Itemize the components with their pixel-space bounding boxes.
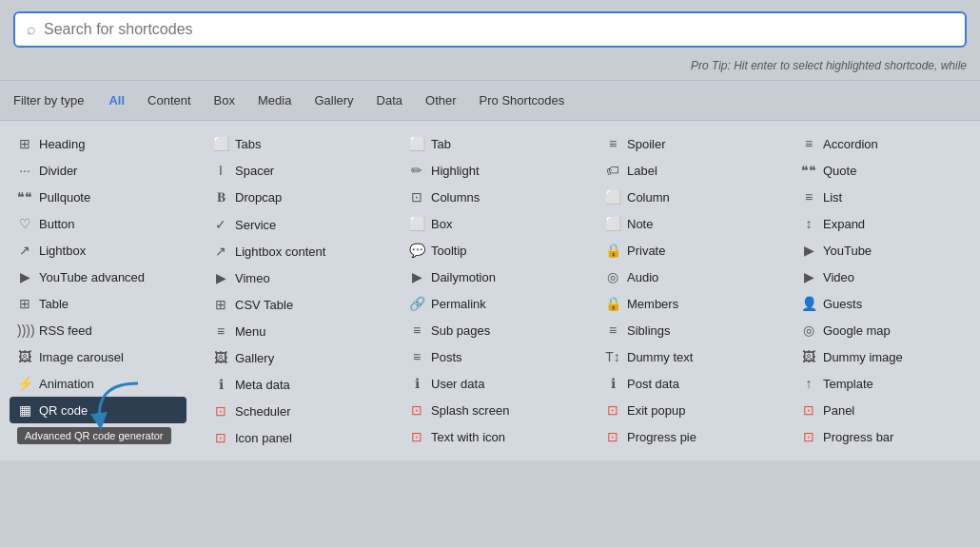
search-container: ⌕ (0, 0, 980, 55)
item-user-data[interactable]: ℹ User data (402, 370, 578, 397)
meta-data-icon: ℹ (213, 377, 228, 392)
item-dropcap[interactable]: 𝐁 Dropcap (206, 184, 382, 211)
item-scheduler[interactable]: ⊡ Scheduler (206, 398, 382, 424)
filter-tab-content[interactable]: Content (138, 90, 201, 110)
animation-icon: ⚡ (17, 376, 32, 391)
exit-popup-label: Exit popup (627, 403, 685, 418)
item-dummy-image[interactable]: 🖼 Dummy image (794, 343, 970, 370)
google-map-icon: ◎ (801, 322, 816, 338)
item-tabs[interactable]: ⬜ Tabs (206, 130, 382, 157)
item-image-carousel[interactable]: 🖼 Image carousel (10, 343, 186, 370)
item-tab[interactable]: ⬜ Tab (402, 130, 578, 157)
item-audio[interactable]: ◎ Audio (598, 264, 774, 290)
item-video[interactable]: ▶ Video (794, 264, 970, 290)
item-divider[interactable]: ··· Divider (10, 157, 186, 184)
item-private[interactable]: 🔒 Private (598, 237, 774, 264)
sub-pages-icon: ≡ (409, 322, 424, 338)
item-vimeo[interactable]: ▶ Vimeo (206, 264, 382, 291)
siblings-label: Siblings (627, 323, 671, 338)
button-label: Button (39, 217, 75, 231)
item-highlight[interactable]: ✏ Highlight (402, 157, 578, 184)
item-label[interactable]: 🏷 Label (598, 157, 774, 184)
spoiler-label: Spoiler (627, 137, 665, 151)
item-guests[interactable]: 👤 Guests (794, 290, 970, 317)
filter-tab-pro[interactable]: Pro Shortcodes (470, 90, 575, 110)
item-rss-feed[interactable]: )))) RSS feed (10, 317, 186, 343)
item-columns[interactable]: ⊡ Columns (402, 184, 578, 210)
item-table[interactable]: ⊞ Table (10, 290, 186, 317)
item-post-data[interactable]: ℹ Post data (598, 370, 774, 397)
menu-icon: ≡ (213, 323, 228, 339)
item-list[interactable]: ≡ List (794, 184, 970, 210)
item-siblings[interactable]: ≡ Siblings (598, 317, 774, 343)
item-menu[interactable]: ≡ Menu (206, 318, 382, 344)
item-button[interactable]: ♡ Button (10, 210, 186, 237)
item-heading[interactable]: ⊞ Heading (10, 130, 186, 157)
column-icon: ⬜ (605, 189, 620, 205)
item-box[interactable]: ⬜ Box (402, 210, 578, 237)
item-lightbox[interactable]: ↗ Lightbox (10, 237, 186, 264)
item-splash-screen[interactable]: ⊡ Splash screen (402, 397, 578, 423)
lightbox-label: Lightbox (39, 244, 86, 258)
item-permalink[interactable]: 🔗 Permalink (402, 290, 578, 317)
spacer-label: Spacer (235, 164, 274, 178)
item-tooltip[interactable]: 💬 Tooltip (402, 237, 578, 264)
item-expand[interactable]: ↕ Expand (794, 210, 970, 237)
filter-tab-media[interactable]: Media (248, 90, 301, 110)
item-panel[interactable]: ⊡ Panel (794, 397, 970, 423)
item-gallery[interactable]: 🖼 Gallery (206, 344, 382, 371)
item-meta-data[interactable]: ℹ Meta data (206, 371, 382, 398)
youtube-label: YouTube (823, 244, 872, 258)
search-input[interactable] (44, 21, 953, 38)
item-dailymotion[interactable]: ▶ Dailymotion (402, 264, 578, 290)
item-dummy-text[interactable]: T↕ Dummy text (598, 343, 774, 370)
filter-tab-gallery[interactable]: Gallery (304, 90, 363, 110)
item-csv-table[interactable]: ⊞ CSV Table (206, 291, 382, 318)
pullquote-icon: ❝❝ (17, 189, 32, 205)
item-posts[interactable]: ≡ Posts (402, 343, 578, 370)
lightbox-content-label: Lightbox content (235, 244, 325, 259)
item-text-with-icon[interactable]: ⊡ Text with icon (402, 423, 578, 450)
item-lightbox-content[interactable]: ↗ Lightbox content (206, 238, 382, 264)
post-data-label: Post data (627, 377, 679, 391)
progress-pie-icon: ⊡ (605, 429, 620, 444)
item-spacer[interactable]: I Spacer (206, 157, 382, 184)
item-column[interactable]: ⬜ Column (598, 184, 774, 210)
item-icon-panel[interactable]: ⊡ Icon panel (206, 424, 382, 451)
item-template[interactable]: ↑ Template (794, 370, 970, 397)
shortcodes-grid: ⊞ Heading ··· Divider ❝❝ Pullquote ♡ But… (0, 121, 980, 460)
dummy-text-icon: T↕ (605, 349, 620, 364)
item-youtube[interactable]: ▶ YouTube (794, 237, 970, 264)
text-with-icon-icon: ⊡ (409, 429, 424, 444)
item-note[interactable]: ⬜ Note (598, 210, 774, 237)
filter-tab-box[interactable]: Box (205, 90, 245, 110)
filter-tab-other[interactable]: Other (416, 90, 466, 110)
heading-icon: ⊞ (17, 136, 32, 151)
accordion-label: Accordion (823, 137, 878, 151)
column-5: ≡ Accordion ❝❝ Quote ≡ List ↕ Expand ▶ Y… (784, 130, 980, 451)
item-quote[interactable]: ❝❝ Quote (794, 157, 970, 184)
video-label: Video (823, 270, 854, 284)
members-label: Members (627, 297, 678, 311)
item-progress-bar[interactable]: ⊡ Progress bar (794, 423, 970, 450)
highlight-label: Highlight (431, 164, 480, 178)
item-qr-code[interactable]: ▦ QR code Advanced QR code generator (10, 397, 186, 423)
filter-tab-data[interactable]: Data (367, 90, 412, 110)
item-members[interactable]: 🔒 Members (598, 290, 774, 317)
filter-tab-all[interactable]: All (99, 90, 134, 110)
item-youtube-advanced[interactable]: ▶ YouTube advanced (10, 264, 186, 290)
item-progress-pie[interactable]: ⊡ Progress pie (598, 423, 774, 450)
item-accordion[interactable]: ≡ Accordion (794, 130, 970, 157)
item-exit-popup[interactable]: ⊡ Exit popup (598, 397, 774, 423)
item-service[interactable]: ✓ Service (206, 211, 382, 238)
item-spoiler[interactable]: ≡ Spoiler (598, 130, 774, 157)
item-pullquote[interactable]: ❝❝ Pullquote (10, 184, 186, 210)
permalink-icon: 🔗 (409, 296, 424, 311)
column-label: Column (627, 190, 670, 205)
qr-code-icon: ▦ (17, 402, 32, 418)
item-google-map[interactable]: ◎ Google map (794, 317, 970, 343)
item-animation[interactable]: ⚡ Animation (10, 370, 186, 397)
user-data-label: User data (431, 377, 484, 391)
dummy-image-label: Dummy image (823, 350, 903, 364)
item-sub-pages[interactable]: ≡ Sub pages (402, 317, 578, 343)
